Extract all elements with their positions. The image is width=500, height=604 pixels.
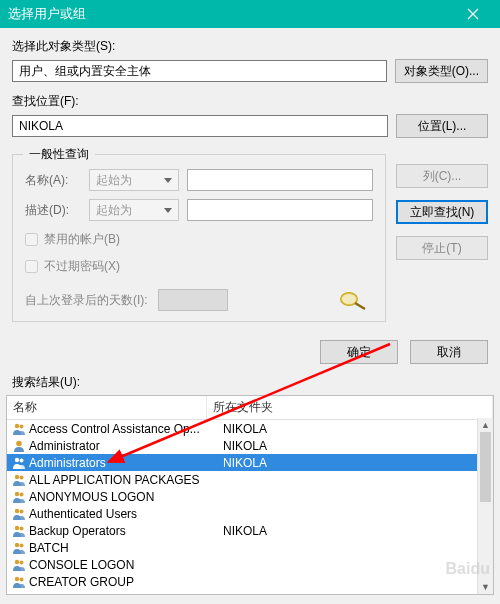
col-folder-header[interactable]: 所在文件夹 <box>207 396 493 419</box>
stop-button[interactable]: 停止(T) <box>396 236 488 260</box>
location-label: 查找位置(F): <box>12 93 488 110</box>
svg-point-13 <box>15 525 19 529</box>
ok-button[interactable]: 确定 <box>320 340 398 364</box>
result-row[interactable]: Backup OperatorsNIKOLA <box>7 522 493 539</box>
result-name: BATCH <box>29 541 223 555</box>
principal-icon <box>11 557 27 573</box>
svg-point-18 <box>20 560 24 564</box>
principal-icon <box>11 540 27 556</box>
desc-match-combo[interactable]: 起始为 <box>89 199 179 221</box>
result-folder: NIKOLA <box>223 524 493 538</box>
desc-label: 描述(D): <box>25 202 81 219</box>
result-row[interactable]: CREATOR GROUP <box>7 573 493 590</box>
non-expiring-checkbox[interactable]: 不过期密码(X) <box>25 258 373 275</box>
principal-icon <box>11 506 27 522</box>
days-since-combo[interactable] <box>158 289 228 311</box>
col-name-header[interactable]: 名称 <box>7 396 207 419</box>
result-row[interactable]: ALL APPLICATION PACKAGES <box>7 471 493 488</box>
scroll-down-arrow[interactable]: ▼ <box>478 580 493 594</box>
cancel-button[interactable]: 取消 <box>410 340 488 364</box>
svg-point-9 <box>15 491 19 495</box>
find-now-button[interactable]: 立即查找(N) <box>396 200 488 224</box>
result-row[interactable]: Access Control Assistance Op...NIKOLA <box>7 420 493 437</box>
result-name: Backup Operators <box>29 524 223 538</box>
result-row[interactable]: AdministratorNIKOLA <box>7 437 493 454</box>
result-folder: NIKOLA <box>223 422 493 436</box>
name-label: 名称(A): <box>25 172 81 189</box>
dialog-buttons: 确定 取消 <box>0 330 500 374</box>
results-scrollbar[interactable]: ▲ ▼ <box>477 418 493 594</box>
object-type-field: 用户、组或内置安全主体 <box>12 60 387 82</box>
result-name: ALL APPLICATION PACKAGES <box>29 473 223 487</box>
svg-point-1 <box>341 293 357 305</box>
object-type-label: 选择此对象类型(S): <box>12 38 488 55</box>
result-name: ANONYMOUS LOGON <box>29 490 223 504</box>
principal-icon <box>11 574 27 590</box>
result-name: Administrators <box>29 456 223 470</box>
scroll-up-arrow[interactable]: ▲ <box>478 418 493 432</box>
common-queries-title: 一般性查询 <box>23 146 95 163</box>
close-icon <box>467 8 479 20</box>
svg-point-10 <box>20 492 24 496</box>
svg-point-8 <box>20 475 24 479</box>
name-input[interactable] <box>187 169 373 191</box>
result-name: Authenticated Users <box>29 507 223 521</box>
svg-point-17 <box>15 559 19 563</box>
disabled-accounts-checkbox[interactable]: 禁用的帐户(B) <box>25 231 373 248</box>
titlebar: 选择用户或组 <box>0 0 500 28</box>
svg-point-3 <box>20 424 24 428</box>
result-name: Administrator <box>29 439 223 453</box>
result-row[interactable]: CONSOLE LOGON <box>7 556 493 573</box>
result-row[interactable]: ANONYMOUS LOGON <box>7 488 493 505</box>
principal-icon <box>11 455 27 471</box>
location-field: NIKOLA <box>12 115 388 137</box>
result-row[interactable]: AdministratorsNIKOLA <box>7 454 493 471</box>
svg-point-11 <box>15 508 19 512</box>
result-folder: NIKOLA <box>223 456 493 470</box>
svg-point-16 <box>20 543 24 547</box>
result-name: Access Control Assistance Op... <box>29 422 223 436</box>
search-icon <box>335 289 373 311</box>
result-row[interactable]: BATCH <box>7 539 493 556</box>
svg-point-6 <box>20 458 24 462</box>
object-types-button[interactable]: 对象类型(O)... <box>395 59 488 83</box>
svg-point-5 <box>15 457 19 461</box>
svg-point-7 <box>15 474 19 478</box>
svg-point-19 <box>15 576 19 580</box>
dialog-content: 选择此对象类型(S): 用户、组或内置安全主体 对象类型(O)... 查找位置(… <box>0 28 500 330</box>
svg-point-4 <box>16 440 22 446</box>
window-title: 选择用户或组 <box>8 5 454 23</box>
result-name: CREATOR GROUP <box>29 575 223 589</box>
svg-point-2 <box>15 423 19 427</box>
locations-button[interactable]: 位置(L)... <box>396 114 488 138</box>
principal-icon <box>11 421 27 437</box>
result-row[interactable]: Authenticated Users <box>7 505 493 522</box>
close-button[interactable] <box>454 0 492 28</box>
desc-input[interactable] <box>187 199 373 221</box>
common-queries-group: 一般性查询 名称(A): 起始为 描述(D): 起始为 禁用的帐户(B) 不过期… <box>12 154 386 322</box>
svg-point-20 <box>20 577 24 581</box>
svg-point-12 <box>20 509 24 513</box>
svg-point-15 <box>15 542 19 546</box>
results-header: 名称 所在文件夹 <box>7 396 493 420</box>
principal-icon <box>11 472 27 488</box>
columns-button[interactable]: 列(C)... <box>396 164 488 188</box>
scrollbar-thumb[interactable] <box>480 432 491 502</box>
principal-icon <box>11 489 27 505</box>
name-match-combo[interactable]: 起始为 <box>89 169 179 191</box>
days-since-label: 自上次登录后的天数(I): <box>25 292 148 309</box>
search-results-label: 搜索结果(U): <box>0 374 500 395</box>
result-folder: NIKOLA <box>223 439 493 453</box>
result-name: CONSOLE LOGON <box>29 558 223 572</box>
svg-point-14 <box>20 526 24 530</box>
results-list[interactable]: 名称 所在文件夹 Access Control Assistance Op...… <box>6 395 494 595</box>
principal-icon <box>11 438 27 454</box>
principal-icon <box>11 523 27 539</box>
